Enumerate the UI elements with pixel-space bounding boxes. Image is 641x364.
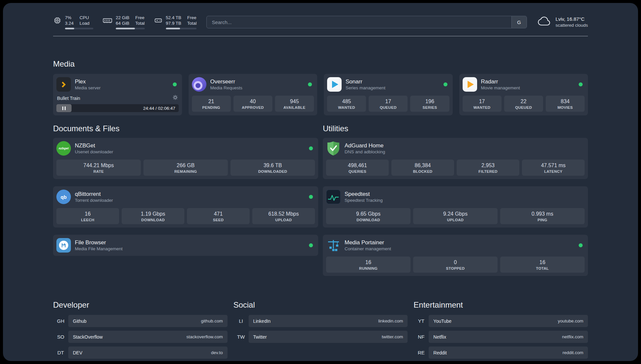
bookmark-dev[interactable]: DT DEV dev.to: [53, 347, 228, 359]
dashboard: 7% 3.24 CPU Load: [3, 3, 638, 361]
pause-button[interactable]: [56, 104, 72, 112]
cpu-chip-icon: [53, 15, 62, 26]
service-name: Radarr: [481, 78, 520, 85]
service-card-adguard[interactable]: AdGuard Home DNS and adblocking 498,461 …: [323, 138, 588, 179]
service-desc: DNS and adblocking: [345, 149, 385, 155]
bookmark-name: StackOverflow: [73, 334, 103, 340]
bookmark-reddit[interactable]: RE Reddit reddit.com: [413, 347, 588, 359]
stat-value: 22: [505, 98, 542, 105]
status-dot: [173, 82, 177, 86]
status-dot: [309, 243, 313, 247]
service-name: Speedtest: [345, 191, 383, 197]
stat-tile: 9.24 Gbps UPLOAD: [413, 208, 498, 224]
bookmark-name: Github: [73, 318, 86, 324]
playback-progress-bar[interactable]: 24:44 / 02:06:47: [56, 104, 179, 112]
disk-progress-bar: [166, 28, 197, 29]
service-card-overseerr[interactable]: Overseerr Media Requests 21 PENDING 40 A…: [189, 74, 318, 115]
section-documents: Documents & Files nzbget NZBGet Usenet d…: [53, 124, 318, 276]
section-title-entertainment: Entertainment: [413, 300, 588, 310]
bookmark-stackoverflow[interactable]: SO StackOverflow stackoverflow.com: [53, 331, 228, 343]
ram-free-label: Free: [135, 15, 145, 20]
status-dot: [309, 195, 313, 199]
disk-total-label: Total: [187, 20, 197, 26]
stat-value: 40: [235, 98, 271, 105]
filebrowser-icon: [56, 238, 71, 253]
service-name: Sonarr: [346, 78, 385, 85]
stat-value: 86,384: [393, 162, 453, 169]
stat-label: UPLOAD: [254, 218, 314, 222]
status-dot: [579, 82, 583, 86]
service-desc: Media Requests: [210, 85, 243, 91]
bookmark-abbr: NF: [413, 334, 429, 340]
service-card-qbittorrent[interactable]: qb qBittorrent Torrent downloader 16 LEE…: [53, 186, 318, 228]
bookmark-github[interactable]: GH Github github.com: [53, 315, 228, 327]
stat-label: WANTED: [328, 106, 365, 109]
stat-label: UPLOAD: [414, 218, 496, 222]
service-card-speedtest[interactable]: Speedtest Speedtest Tracking 9.65 Gbps D…: [323, 186, 588, 228]
stat-value: 9.65 Gbps: [327, 211, 409, 217]
stat-value: 0: [414, 259, 496, 266]
bookmark-twitter[interactable]: TW Twitter twitter.com: [233, 331, 408, 343]
bookmark-abbr: RE: [413, 350, 429, 355]
service-card-portainer[interactable]: Media Portainer Container management 16 …: [323, 235, 588, 276]
section-entertainment: Entertainment YT YouTube youtube.com NF …: [413, 300, 588, 359]
stat-tile: 834 MOVIES: [546, 96, 585, 112]
disk-progress-fill: [166, 28, 180, 29]
ram-free-value: 22 GiB: [116, 15, 129, 20]
service-card-radarr[interactable]: Radarr Movie management 17 WANTED 22 QUE…: [459, 74, 588, 115]
plex-icon: [56, 77, 71, 92]
stat-value: 945: [276, 98, 313, 105]
bookmark-netflix[interactable]: NF Netflix netflix.com: [413, 331, 588, 343]
ram-widget: 22 GiB 64 GiB Free Total: [103, 15, 145, 29]
bookmark-abbr: LI: [233, 318, 249, 324]
cpu-load-label: Load: [79, 20, 89, 26]
stat-tile: 945 AVAILABLE: [275, 96, 314, 112]
stat-label: BLOCKED: [393, 169, 453, 173]
service-desc: Media server: [75, 85, 101, 91]
ram-total-value: 64 GiB: [116, 20, 129, 26]
service-card-sonarr[interactable]: Sonarr Series management 485 WANTED 17 Q…: [324, 74, 453, 115]
cpu-progress-bar: [65, 28, 93, 29]
playback-time: 24:44 / 02:06:47: [143, 106, 179, 111]
bookmark-abbr: YT: [413, 318, 429, 324]
bookmark-youtube[interactable]: YT YouTube youtube.com: [413, 315, 588, 327]
stat-value: 16: [502, 259, 583, 266]
gear-icon[interactable]: [172, 95, 178, 102]
ram-icon: [103, 15, 112, 26]
stat-value: 17: [370, 98, 406, 105]
stat-label: LATENCY: [523, 169, 583, 173]
stat-label: REMAINING: [145, 169, 227, 173]
search-input[interactable]: [207, 16, 511, 28]
ram-progress-bar: [116, 28, 145, 29]
bookmark-url: stackoverflow.com: [186, 334, 223, 339]
stat-tile: 16 RUNNING: [326, 257, 411, 273]
bookmark-name: Reddit: [433, 350, 446, 355]
topbar: 7% 3.24 CPU Load: [53, 3, 588, 29]
weather-widget: Lviv, 16.87°C scattered clouds: [537, 16, 588, 28]
bookmark-abbr: GH: [53, 318, 68, 324]
section-title-media: Media: [53, 59, 588, 69]
stat-value: 0.993 ms: [502, 211, 583, 217]
stat-tile: 2,953 FILTERED: [457, 160, 519, 176]
stat-value: 2,953: [458, 162, 518, 169]
section-utilities: Utilities: [323, 124, 588, 276]
search-provider-button[interactable]: G: [511, 16, 527, 28]
service-card-nzbget[interactable]: nzbget NZBGet Usenet downloader 744.21 M…: [53, 138, 318, 179]
stat-label: AVAILABLE: [276, 106, 313, 109]
service-desc: Series management: [346, 85, 385, 91]
stat-label: DOWNLOAD: [327, 218, 409, 222]
stat-tile: 40 APPROVED: [233, 96, 272, 112]
service-name: AdGuard Home: [345, 142, 385, 149]
stat-label: DOWNLOAD: [123, 218, 183, 222]
bookmark-abbr: TW: [233, 334, 249, 340]
status-dot: [579, 243, 583, 247]
resource-widgets: 7% 3.24 CPU Load: [53, 15, 197, 29]
service-card-plex[interactable]: Plex Media server Bullet Train: [53, 74, 182, 115]
bookmark-url: github.com: [201, 318, 223, 323]
plex-now-playing: Bullet Train 24:44 / 02:06:47: [56, 95, 179, 112]
stat-value: 498,461: [327, 162, 387, 169]
bookmark-linkedin[interactable]: LI LinkedIn linkedin.com: [233, 315, 408, 327]
stat-value: 9.24 Gbps: [414, 211, 496, 217]
stat-tile: 21 PENDING: [192, 96, 231, 112]
service-card-filebrowser[interactable]: File Browser Media File Management: [53, 235, 318, 256]
